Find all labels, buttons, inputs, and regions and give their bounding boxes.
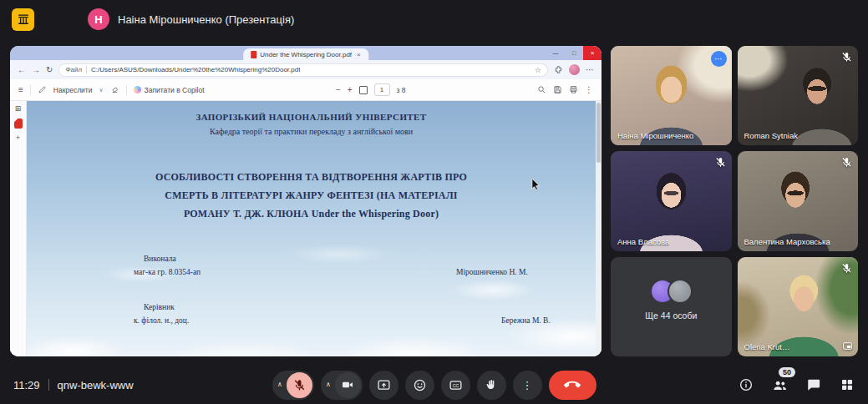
video-tile-valentyna[interactable]: Валентина Марховська: [738, 151, 859, 250]
more-vertical-icon: ⋮: [522, 380, 533, 391]
contents-menu-icon[interactable]: ≡: [18, 86, 23, 94]
video-tile-overflow[interactable]: Ще 44 особи: [611, 257, 732, 356]
copilot-label: Запитати в Copilot: [145, 86, 205, 94]
browser-profile-avatar[interactable]: [569, 64, 580, 75]
more-options-button[interactable]: ⋮: [513, 371, 542, 400]
video-tile-anna[interactable]: Анна Власова: [611, 151, 732, 250]
draw-pen-icon[interactable]: [38, 85, 47, 94]
mic-off-icon: [292, 378, 307, 392]
vertical-tabs-rail: ⊞ +: [10, 101, 27, 356]
extensions-icon[interactable]: [554, 65, 563, 74]
tab-close-icon[interactable]: ×: [357, 51, 361, 58]
mic-off-icon: [840, 156, 853, 169]
meeting-code: qnw-bewk-www: [58, 379, 134, 391]
mic-off-icon: [840, 262, 853, 275]
new-tab-button[interactable]: +: [16, 134, 20, 142]
eraser-icon[interactable]: [110, 85, 119, 94]
participant-name: Наіна Мірошниченко: [617, 131, 693, 140]
raise-hand-button[interactable]: [477, 371, 506, 400]
hand-icon: [485, 378, 499, 392]
video-tile-olena[interactable]: Olena Krut…: [738, 257, 859, 356]
browser-tab[interactable]: Under the Whispering Door.pdf ×: [243, 48, 368, 60]
refresh-button[interactable]: ↻: [46, 66, 53, 74]
page-number-input[interactable]: 1: [374, 83, 390, 96]
department-heading: Кафедра теорії та практики перекладу з а…: [27, 127, 596, 136]
draw-label[interactable]: Накреслити: [53, 86, 93, 94]
address-bar[interactable]: Файл C:/Users/ASUS/Downloads/Under%20the…: [58, 63, 548, 77]
meta-divider: [48, 379, 49, 391]
save-icon[interactable]: [553, 85, 562, 94]
toolbar-divider: [126, 85, 127, 95]
window-minimize-button[interactable]: —: [546, 46, 565, 60]
url-divider: [86, 66, 87, 73]
screen-share-tile[interactable]: Under the Whispering Door.pdf × — □ × ← …: [10, 46, 602, 356]
author-name: Мірошниченко Н. М.: [456, 268, 528, 276]
window-maximize-button[interactable]: □: [565, 46, 583, 60]
bottom-bar: 11:29 qnw-bewk-www ∧ ∧: [0, 366, 868, 404]
camera-button[interactable]: [335, 372, 361, 398]
pdf-favicon: [251, 51, 256, 58]
draw-caret-icon[interactable]: ∨: [99, 87, 103, 93]
browser-titlebar: Under the Whispering Door.pdf × — □ ×: [10, 46, 602, 60]
activities-button[interactable]: [840, 377, 855, 392]
columns-icon: [16, 12, 31, 27]
call-controls: ∧ ∧: [272, 371, 596, 400]
window-close-button[interactable]: ×: [583, 46, 602, 60]
presenter-label: Наіна Мірошниченко (Презентація): [118, 13, 294, 26]
copilot-icon: [134, 86, 141, 93]
participants-button[interactable]: 50: [772, 377, 788, 393]
video-tile-naina[interactable]: ⋯ Наіна Мірошниченко: [611, 46, 732, 145]
pdf-scrollbar[interactable]: [596, 101, 602, 356]
active-tab-favicon[interactable]: [14, 119, 23, 129]
mic-options-caret[interactable]: ∧: [274, 381, 287, 388]
pdf-toolbar-right: ⋮: [537, 85, 593, 94]
mic-off-icon: [714, 156, 727, 169]
top-bar: Н Наіна Мірошниченко (Презентація): [0, 0, 868, 38]
chat-button[interactable]: [806, 377, 821, 392]
tab-actions-icon[interactable]: ⊞: [15, 105, 22, 113]
apps-grid-icon: [840, 377, 855, 392]
search-icon[interactable]: [537, 85, 546, 94]
supervisor-label: Керівник: [144, 303, 175, 311]
bookmark-star-icon[interactable]: ☆: [535, 66, 541, 74]
more-participants-label: Ще 44 особи: [611, 311, 732, 321]
thesis-title-line3: РОМАНУ Т. ДЖ. КЛЮНА Under the Whispering…: [27, 208, 596, 220]
forward-button[interactable]: →: [32, 66, 40, 74]
print-icon[interactable]: [569, 85, 578, 94]
thesis-title-line2: СМЕРТЬ В ЛІТЕРАТУРІ ЖАНРУ ФЕНТЕЗІ (НА МА…: [27, 189, 596, 202]
participant-name: Валентина Марховська: [744, 237, 830, 246]
avatar: [667, 279, 693, 304]
mic-mute-button[interactable]: [287, 372, 312, 398]
people-icon: [772, 377, 788, 393]
tile-options-button[interactable]: ⋯: [711, 51, 727, 67]
mic-control: ∧: [272, 371, 314, 400]
present-button[interactable]: [369, 371, 398, 400]
participant-name: Анна Власова: [617, 237, 669, 246]
scrollbar-thumb[interactable]: [596, 103, 601, 163]
reactions-button[interactable]: [405, 371, 434, 400]
thesis-title-line1: ОСОБЛИВОСТІ СТВОРЕННЯ ТА ВІДТВОРЕННЯ ЖАР…: [27, 171, 596, 184]
back-button[interactable]: ←: [18, 66, 26, 74]
more-tools-icon[interactable]: ⋮: [585, 86, 593, 94]
zoom-out-button[interactable]: −: [336, 86, 341, 94]
mic-off-icon: [840, 51, 853, 63]
url-scheme-label: Файл: [65, 66, 82, 73]
pdf-page: ЗАПОРІЗЬКИЙ НАЦІОНАЛЬНИЙ УНІВЕРСИТЕТ Каф…: [27, 101, 596, 356]
camera-control: ∧: [321, 371, 363, 400]
captions-icon: CC: [449, 378, 463, 392]
browser-menu-button[interactable]: ⋯: [586, 66, 594, 74]
camera-options-caret[interactable]: ∧: [322, 381, 335, 388]
copilot-button[interactable]: Запитати в Copilot: [134, 86, 205, 94]
pip-icon[interactable]: [842, 341, 853, 351]
presenter-initial: Н: [94, 13, 102, 26]
university-logo: [12, 8, 34, 31]
end-call-button[interactable]: [549, 371, 596, 400]
captions-button[interactable]: CC: [441, 371, 470, 400]
fit-to-page-icon[interactable]: [359, 86, 368, 94]
call-end-icon: [564, 376, 581, 393]
video-tile-roman[interactable]: Roman Sytniak: [738, 46, 859, 145]
pdf-toolbar-center: − + 1 з 8: [336, 83, 406, 96]
zoom-in-button[interactable]: +: [348, 86, 353, 94]
smiley-icon: [413, 378, 427, 392]
meeting-details-button[interactable]: [739, 377, 754, 392]
